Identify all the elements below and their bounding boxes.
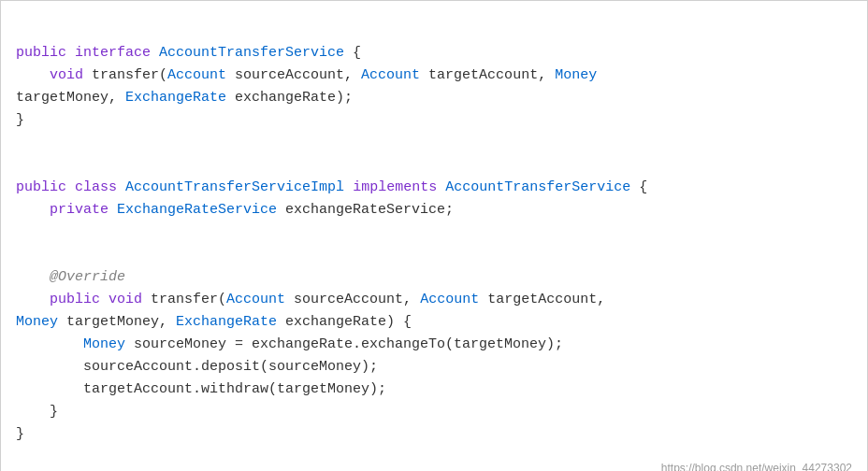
line-18: } [16,426,24,442]
line-15: sourceAccount.deposit(sourceMoney); [16,359,378,375]
watermark: https://blog.csdn.net/weixin_44273302 [661,460,852,471]
line-12: public void transfer(Account sourceAccou… [16,292,605,307]
code-content: public interface AccountTransferService … [16,20,845,468]
line-16: targetAccount.withdraw(targetMoney); [16,381,386,397]
line-13: Money targetMoney, ExchangeRate exchange… [16,314,412,330]
line-3: targetMoney, ExchangeRate exchangeRate); [16,90,353,106]
line-8: private ExchangeRateService exchangeRate… [16,202,454,218]
code-viewer: public interface AccountTransferService … [0,0,868,471]
line-17: } [16,404,58,420]
line-1: public interface AccountTransferService … [16,45,361,61]
line-4: } [16,112,24,128]
line-14: Money sourceMoney = exchangeRate.exchang… [16,336,563,352]
line-11: @Override [16,269,125,285]
line-7: public class AccountTransferServiceImpl … [16,179,647,195]
line-2: void transfer(Account sourceAccount, Acc… [16,67,597,83]
